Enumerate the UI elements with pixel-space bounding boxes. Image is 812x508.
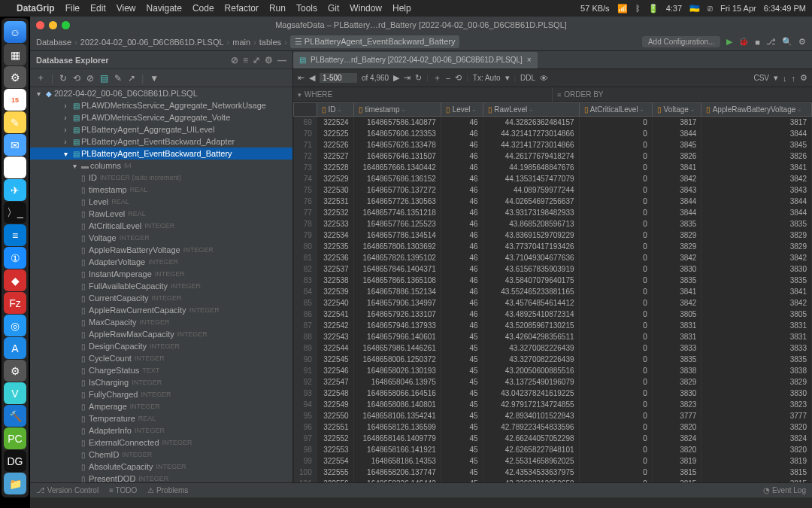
cell[interactable]: 44.13531457477079 [483, 173, 579, 184]
cell[interactable]: 3844 [701, 207, 812, 218]
table-row[interactable]: 993225541648658186.143534542.55314658962… [294, 455, 812, 467]
menu-view[interactable]: View [117, 3, 136, 14]
csv-dropdown-icon[interactable]: ▾ [774, 73, 778, 83]
cell[interactable]: 322531 [317, 196, 353, 207]
cell[interactable]: 43.83691529709229 [483, 230, 579, 241]
cell[interactable]: 45 [441, 388, 483, 399]
cell[interactable]: 43.48925410872314 [483, 309, 579, 320]
cell[interactable]: 46 [441, 207, 483, 218]
cell[interactable]: 0 [579, 331, 652, 342]
cell[interactable]: 3844 [652, 207, 701, 218]
column-CurrentCapacity[interactable]: ▯ CurrentCapacity INTEGER [30, 292, 292, 304]
cell[interactable]: 0 [579, 151, 652, 162]
table-PLBatteryAgent_EventBackward_Adapter[interactable]: ›▤ PLBatteryAgent_EventBackward_Adapter [30, 135, 292, 148]
cell[interactable]: 44.321417273014866 [483, 139, 579, 151]
cell[interactable]: 46 [441, 309, 483, 320]
cell[interactable]: 3820 [701, 444, 812, 455]
cell[interactable]: 46 [441, 173, 483, 184]
cell[interactable]: 43.61567835903919 [483, 263, 579, 275]
cell[interactable]: 1648658126.136599 [353, 421, 441, 433]
cell[interactable]: 43.3270082226439 [483, 342, 579, 354]
table-row[interactable]: 973225521648658146.14097794542.662440570… [294, 433, 812, 444]
cell[interactable]: 322525 [317, 128, 353, 139]
cell[interactable]: 46 [441, 162, 483, 173]
cell[interactable]: 322543 [317, 331, 353, 342]
table-row[interactable]: 933225481648658066.1645164543.0423782416… [294, 388, 812, 399]
cell[interactable]: 44.26177679418274 [483, 151, 579, 162]
cell[interactable]: 45 [441, 376, 483, 388]
tx-dropdown-icon[interactable]: ▾ [505, 73, 510, 83]
add-icon[interactable]: ＋ [36, 71, 45, 84]
first-page-icon[interactable]: ⇤ [298, 73, 304, 83]
table-PLAWDMetricsService_Aggregate_Volte[interactable]: ›▤ PLAWDMetricsService_Aggregate_Volte [30, 111, 292, 123]
cell[interactable]: 0 [579, 196, 652, 207]
cell[interactable]: 45 [441, 342, 483, 354]
cell[interactable]: 1648657726.130563 [353, 196, 441, 207]
table-row[interactable]: 793225341648657786.1345144643.8369152970… [294, 230, 812, 241]
table-row[interactable]: 803225351648657806.13036924643.773704171… [294, 241, 812, 252]
cell[interactable]: 43.42604298356511 [483, 331, 579, 342]
column-timestamp[interactable]: ▯ timestamp REAL [30, 184, 292, 196]
stop-icon[interactable]: ⊘ [231, 55, 238, 65]
cell[interactable]: 3835 [701, 218, 812, 230]
cell[interactable]: 322540 [317, 297, 353, 309]
cell[interactable]: 322534 [317, 230, 353, 241]
cell[interactable]: 1648657826.1395102 [353, 252, 441, 263]
cell[interactable]: 3831 [701, 331, 812, 342]
cell[interactable]: 1648658146.1409779 [353, 433, 441, 444]
console-icon[interactable]: ▤ [100, 73, 108, 84]
cell[interactable]: 322532 [317, 207, 353, 218]
table-row[interactable]: 1003225551648658206.1377474542.435345336… [294, 467, 812, 478]
cell[interactable]: 3826 [652, 151, 701, 162]
version-control-tool[interactable]: ⎇ Version Control [36, 486, 98, 494]
cell[interactable]: 3843 [701, 184, 812, 196]
cell[interactable]: 1648657786.134514 [353, 230, 441, 241]
cell[interactable]: 42.66244057052298 [483, 433, 579, 444]
cell[interactable]: 1648657906.134997 [353, 297, 441, 309]
cell[interactable]: 3835 [652, 218, 701, 230]
crumb-4[interactable]: ☰ PLBatteryAgent_EventBackward_Battery [290, 35, 460, 48]
column-CycleCount[interactable]: ▯ CycleCount INTEGER [30, 352, 292, 364]
cell[interactable]: 322541 [317, 309, 353, 320]
cell[interactable]: 322538 [317, 275, 353, 286]
cell[interactable]: 0 [579, 388, 652, 399]
cell[interactable]: 42.43534533637975 [483, 467, 579, 478]
col-RawLevel[interactable]: ▯ RawLevel ÷ [483, 103, 579, 117]
event-log-tool[interactable]: ◔ Event Log [763, 486, 806, 494]
table-row[interactable]: 763225311648657726.1305634644.0265469725… [294, 196, 812, 207]
cell[interactable]: 46 [441, 241, 483, 252]
cell[interactable]: 3844 [701, 128, 812, 139]
col-Level[interactable]: ▯ Level ÷ [441, 103, 483, 117]
column-AbsoluteCapacity[interactable]: ▯ AbsoluteCapacity INTEGER [30, 461, 292, 473]
cell[interactable]: 3829 [701, 230, 812, 241]
cell[interactable]: 45 [441, 354, 483, 365]
cell[interactable]: 42.89340101522843 [483, 410, 579, 421]
column-RawLevel[interactable]: ▯ RawLevel REAL [30, 208, 292, 220]
add-row-icon[interactable]: ＋ [433, 72, 441, 84]
cell[interactable]: 43.52085967130215 [483, 320, 579, 331]
cell[interactable]: 3842 [652, 297, 701, 309]
crumb-3[interactable]: tables [259, 38, 281, 47]
cell[interactable]: 44.32826362484157 [483, 117, 579, 129]
tx-mode[interactable]: Tx: Auto [473, 74, 501, 82]
cell[interactable]: 322552 [317, 433, 353, 444]
dock-xcode[interactable]: 🔨 [4, 405, 26, 427]
table-row[interactable]: 833225381648657866.13651084643.584070796… [294, 275, 812, 286]
cell[interactable]: 1648657886.152134 [353, 286, 441, 297]
ddl-button[interactable]: DDL [520, 74, 535, 82]
cell[interactable]: 3835 [652, 354, 701, 365]
col-Voltage[interactable]: ▯ Voltage ÷ [652, 103, 701, 117]
cell[interactable]: 322542 [317, 320, 353, 331]
cell[interactable]: 3829 [701, 376, 812, 388]
cell[interactable]: 322530 [317, 184, 353, 196]
cell[interactable]: 1648657746.1351218 [353, 207, 441, 218]
table-row[interactable]: 703225251648657606.1233534644.3214172730… [294, 128, 812, 139]
cell[interactable]: 3841 [701, 162, 812, 173]
cell[interactable]: 45 [441, 421, 483, 433]
cell[interactable]: 3831 [652, 331, 701, 342]
cell[interactable]: 322537 [317, 263, 353, 275]
cell[interactable]: 1648657966.140601 [353, 331, 441, 342]
goto-icon[interactable]: ↗ [128, 73, 135, 84]
cell[interactable]: 1648657606.123353 [353, 128, 441, 139]
cell[interactable]: 0 [579, 376, 652, 388]
